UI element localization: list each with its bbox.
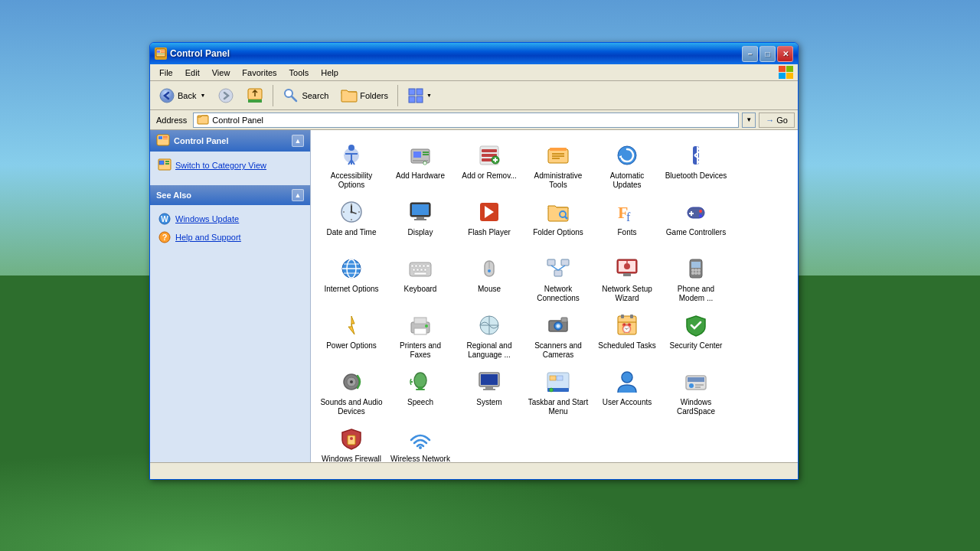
- phone-modem-label: Phone and Modem ...: [665, 285, 727, 303]
- close-button[interactable]: ✕: [777, 46, 793, 62]
- icon-sounds-audio[interactable]: Sounds and Audio Devices: [317, 363, 386, 419]
- icon-user-accounts[interactable]: User Accounts: [593, 363, 662, 419]
- menu-help[interactable]: Help: [315, 67, 345, 79]
- folder-options-icon: [544, 198, 572, 226]
- svg-line-108: [551, 266, 558, 270]
- svg-rect-4: [157, 54, 165, 54]
- up-button[interactable]: [241, 84, 269, 107]
- svg-rect-19: [416, 96, 423, 103]
- address-dropdown[interactable]: ▼: [742, 112, 756, 128]
- forward-button[interactable]: [212, 84, 240, 107]
- folder-options-label: Folder Options: [533, 228, 583, 237]
- icon-system[interactable]: System: [455, 363, 524, 419]
- svg-rect-28: [165, 163, 169, 165]
- date-time-icon: [338, 198, 365, 226]
- icon-add-hardware[interactable]: Add Hardware: [386, 136, 455, 193]
- views-icon: [407, 87, 424, 104]
- icon-scheduled-tasks[interactable]: ⏰Scheduled Tasks: [593, 306, 662, 363]
- icon-date-time[interactable]: Date and Time: [317, 193, 386, 249]
- icon-folder-options[interactable]: Folder Options: [524, 193, 593, 249]
- icon-windows-firewall[interactable]: Windows Firewall: [317, 419, 386, 462]
- svg-point-82: [699, 210, 702, 213]
- network-connections-label: Network Connections: [527, 285, 590, 303]
- icon-scanners-cameras[interactable]: Scanners and Cameras: [524, 306, 593, 363]
- icon-admin-tools[interactable]: Administrative Tools: [524, 136, 593, 193]
- svg-rect-136: [630, 315, 633, 318]
- menu-tools[interactable]: Tools: [283, 67, 315, 79]
- control-panel-header[interactable]: Control Panel ▲: [150, 130, 310, 152]
- icon-fonts[interactable]: FfFonts: [593, 193, 662, 249]
- titlebar: Control Panel – □ ✕: [150, 43, 798, 64]
- switch-view-link[interactable]: Switch to Category View: [153, 156, 307, 174]
- menu-file[interactable]: File: [153, 67, 179, 79]
- icon-network-setup[interactable]: Network Setup Wizard: [593, 249, 662, 306]
- icon-speech[interactable]: Speech: [386, 363, 455, 419]
- icon-game-controllers[interactable]: Game Controllers: [662, 193, 730, 249]
- icon-display[interactable]: Display: [386, 193, 455, 249]
- bluetooth-icon: [682, 142, 710, 169]
- help-support-link[interactable]: ? Help and Support: [153, 228, 307, 246]
- icon-power-options[interactable]: Power Options: [317, 306, 386, 363]
- collapse-button-2[interactable]: ▲: [292, 189, 304, 201]
- icon-phone-modem[interactable]: Phone and Modem ...: [662, 249, 730, 306]
- admin-tools-icon: [544, 142, 572, 169]
- svg-rect-7: [779, 73, 786, 79]
- see-also-header[interactable]: See Also ▲: [150, 185, 310, 205]
- icon-network-connections[interactable]: Network Connections: [524, 249, 593, 306]
- go-arrow-icon: →: [766, 116, 774, 125]
- window-icon: [155, 47, 167, 60]
- back-button[interactable]: Back ▼: [153, 84, 211, 107]
- control-panel-window: Control Panel – □ ✕ File Edit View Favor…: [149, 42, 799, 480]
- back-label: Back: [178, 91, 196, 100]
- menu-edit[interactable]: Edit: [179, 67, 206, 79]
- icon-add-remove[interactable]: Add or Remov...: [455, 136, 524, 193]
- scanners-cameras-icon: [544, 311, 572, 339]
- icon-mouse[interactable]: Mouse: [455, 249, 524, 306]
- icon-flash-player[interactable]: Flash Player: [455, 193, 524, 249]
- svg-rect-147: [481, 374, 498, 385]
- svg-rect-143: [418, 386, 423, 389]
- svg-rect-50: [482, 158, 492, 161]
- views-button[interactable]: ▼: [402, 84, 437, 107]
- menu-favorites[interactable]: Favorites: [236, 67, 283, 79]
- menu-view[interactable]: View: [206, 67, 237, 79]
- switch-view-text: Switch to Category View: [175, 161, 266, 170]
- svg-rect-114: [623, 273, 631, 276]
- search-button[interactable]: Search: [277, 84, 334, 107]
- control-panel-body: Switch to Category View: [150, 152, 310, 179]
- mouse-label: Mouse: [478, 285, 501, 294]
- icon-taskbar-startmenu[interactable]: Taskbar and Start Menu: [524, 363, 593, 419]
- help-support-text: Help and Support: [175, 233, 241, 242]
- windows-update-text: Windows Update: [175, 214, 239, 223]
- svg-point-117: [691, 269, 694, 272]
- address-input[interactable]: Control Panel: [193, 112, 739, 128]
- icon-windows-cardspace[interactable]: Windows CardSpace: [662, 363, 730, 419]
- folders-button[interactable]: Folders: [335, 84, 394, 107]
- keyboard-icon: [407, 255, 434, 282]
- icon-security-center[interactable]: Security Center: [662, 306, 730, 363]
- icon-bluetooth[interactable]: Bluetooth Devices: [662, 136, 730, 193]
- regional-language-icon: [475, 311, 503, 339]
- icon-accessibility[interactable]: Accessibility Options: [317, 136, 386, 193]
- collapse-button-1[interactable]: ▲: [292, 135, 304, 147]
- svg-rect-72: [416, 217, 424, 219]
- svg-rect-71: [412, 204, 429, 215]
- svg-rect-16: [409, 89, 415, 95]
- views-arrow-icon: ▼: [426, 93, 432, 98]
- icon-keyboard[interactable]: Keyboard: [386, 249, 455, 306]
- icon-wireless-network[interactable]: Wireless Network Set...: [386, 419, 455, 462]
- svg-text:W: W: [161, 215, 168, 223]
- control-panel-header-icon: [156, 134, 170, 148]
- icon-internet-options[interactable]: Internet Options: [317, 249, 386, 306]
- icon-printers-faxes[interactable]: Printers and Faxes: [386, 306, 455, 363]
- maximize-button[interactable]: □: [760, 46, 776, 62]
- minimize-button[interactable]: –: [742, 46, 758, 62]
- icon-auto-updates[interactable]: Automatic Updates: [593, 136, 662, 193]
- icon-regional-language[interactable]: Regional and Language ...: [455, 306, 524, 363]
- go-button[interactable]: → Go: [759, 112, 795, 128]
- svg-rect-157: [688, 377, 704, 382]
- windows-update-link[interactable]: W Windows Update: [153, 210, 307, 228]
- accessibility-icon: [338, 142, 365, 169]
- svg-rect-22: [158, 136, 162, 139]
- svg-point-119: [697, 269, 701, 272]
